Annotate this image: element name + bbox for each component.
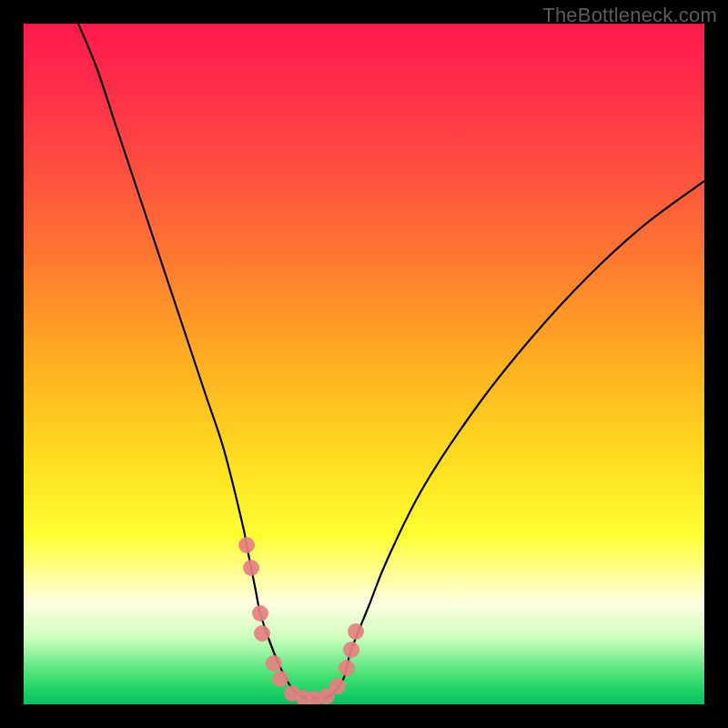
trough-marker [252, 605, 268, 622]
chart-frame: TheBottleneck.com [0, 0, 728, 728]
chart-svg [24, 24, 704, 704]
trough-marker [329, 678, 346, 694]
trough-marker [272, 671, 288, 687]
plot-area [24, 24, 704, 704]
curve-group [78, 24, 704, 699]
trough-marker [243, 560, 259, 576]
trough-marker [266, 655, 282, 672]
trough-marker [238, 537, 255, 553]
trough-marker [343, 642, 359, 658]
trough-marker [254, 625, 270, 642]
watermark-text: TheBottleneck.com [542, 4, 717, 27]
trough-markers-group [238, 537, 364, 704]
bottleneck-curve [78, 24, 704, 699]
trough-marker [348, 623, 364, 640]
trough-marker [339, 660, 355, 676]
